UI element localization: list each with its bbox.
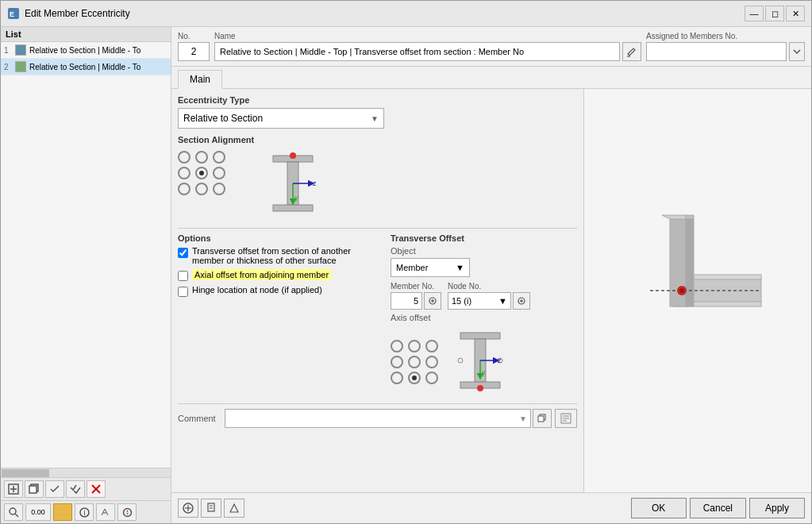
svg-marker-51 (662, 215, 686, 219)
axis-row-1 (391, 340, 438, 353)
ok-button[interactable]: OK (631, 498, 687, 518)
cb1-checkbox[interactable] (178, 248, 188, 258)
check2-button[interactable] (66, 480, 85, 498)
search-button[interactable] (4, 503, 23, 521)
left-config: Eccentricity Type Relative to Section ▼ … (171, 89, 584, 492)
duplicate-button[interactable] (25, 480, 44, 498)
align-bc[interactable] (195, 183, 208, 195)
axis-bl[interactable] (391, 372, 403, 384)
bottom-tool-1[interactable] (178, 499, 198, 518)
assigned-input[interactable] (646, 42, 787, 61)
member-no-input-row (391, 292, 441, 310)
axis-mc[interactable] (408, 356, 421, 368)
svg-point-35 (458, 358, 463, 363)
align-ml[interactable] (178, 167, 190, 179)
new-item-button[interactable] (4, 480, 23, 498)
measure-button[interactable] (96, 503, 115, 521)
list-scrollbar[interactable] (1, 468, 171, 477)
bottom-bar: OK Cancel Apply (171, 492, 811, 523)
no-section: No. 2 (178, 32, 210, 61)
assigned-select-button[interactable] (789, 42, 805, 61)
member-no-group: Member No. (391, 282, 441, 310)
svg-rect-19 (273, 205, 313, 211)
compass-button[interactable] (117, 503, 137, 521)
edit-name-button[interactable] (622, 42, 641, 61)
node-no-group: Node No. 15 (i) ▼ (448, 282, 530, 310)
axis-ml[interactable] (391, 356, 403, 368)
two-col: Options Transverse offset from section o… (178, 233, 577, 399)
bottom-toolbar: 0.00 (1, 500, 171, 523)
align-tr[interactable] (213, 151, 225, 164)
align-bl[interactable] (178, 183, 190, 195)
bottom-tool-3[interactable] (224, 499, 244, 518)
svg-text:y: y (482, 368, 486, 376)
tab-main[interactable]: Main (178, 70, 222, 89)
close-button[interactable]: ✕ (786, 6, 805, 21)
eccentricity-type-row: Relative to Section ▼ (178, 108, 577, 129)
svg-marker-52 (686, 215, 694, 219)
svg-rect-12 (84, 511, 85, 515)
node-no-select[interactable]: 15 (i) ▼ (448, 292, 511, 310)
align-mr[interactable] (213, 167, 225, 179)
list-items: 1 Relative to Section | Middle - To 2 Re… (1, 42, 171, 255)
node-no-label: Node No. (448, 282, 530, 291)
cb3-checkbox[interactable] (178, 287, 188, 297)
main-content: Eccentricity Type Relative to Section ▼ … (171, 89, 811, 492)
member-no-select-button[interactable] (424, 292, 441, 310)
align-mc[interactable] (195, 167, 208, 179)
divider-1 (178, 228, 577, 229)
assigned-field (646, 42, 805, 61)
value-button[interactable]: 0.00 (25, 503, 51, 521)
svg-point-34 (477, 385, 483, 391)
cb2-row[interactable]: Axial offset from adjoining member (178, 269, 384, 281)
axis-tc[interactable] (408, 340, 421, 353)
section-alignment-label: Section Alignment (178, 135, 577, 144)
apply-button[interactable]: Apply (749, 498, 805, 518)
axis-bc[interactable] (408, 372, 421, 384)
cancel-button[interactable]: Cancel (690, 498, 746, 518)
svg-rect-42 (538, 416, 544, 422)
name-input[interactable] (214, 42, 620, 61)
tabs: Main (171, 67, 811, 89)
title-bar: E Edit Member Eccentricity — ◻ ✕ (1, 1, 811, 27)
align-br[interactable] (213, 183, 225, 195)
eccentricity-type-dropdown[interactable]: Relative to Section ▼ (178, 108, 384, 129)
axis-br[interactable] (425, 372, 438, 384)
3d-preview-svg (626, 211, 769, 370)
name-label: Name (214, 32, 641, 40)
delete-button[interactable] (87, 480, 106, 498)
cb2-checkbox[interactable] (178, 271, 188, 281)
axis-tr[interactable] (425, 340, 438, 353)
alignment-row-3 (178, 183, 225, 195)
maximize-button[interactable]: ◻ (765, 6, 784, 21)
object-select[interactable]: Member ▼ (391, 258, 470, 277)
align-tl[interactable] (178, 151, 190, 164)
check-button[interactable] (45, 480, 64, 498)
svg-rect-6 (29, 486, 37, 493)
cb1-row[interactable]: Transverse offset from section of anothe… (178, 246, 384, 265)
axis-tl[interactable] (391, 340, 403, 353)
cb1-text: Transverse offset from section of anothe… (192, 246, 384, 265)
list-item-selected[interactable]: 2 Relative to Section | Middle - To (1, 59, 171, 75)
cb3-row[interactable]: Hinge location at node (if applied) (178, 285, 384, 297)
color-button[interactable] (53, 503, 72, 521)
node-no-select-button[interactable] (513, 292, 530, 310)
comment-action-button[interactable] (555, 409, 577, 428)
member-no-input[interactable] (391, 292, 422, 310)
svg-rect-13 (84, 510, 85, 511)
info-button[interactable] (75, 503, 94, 521)
minimize-button[interactable]: — (745, 6, 764, 21)
object-label: Object (391, 246, 577, 256)
align-tc[interactable] (195, 151, 208, 164)
bottom-tool-2[interactable] (201, 499, 221, 518)
svg-text:z: z (498, 356, 502, 364)
eccentricity-type-value: Relative to Section (183, 113, 263, 124)
list-item[interactable]: 1 Relative to Section | Middle - To (1, 42, 171, 59)
comment-label: Comment (178, 414, 221, 423)
comment-copy-button[interactable] (533, 409, 552, 428)
options-label: Options (178, 233, 384, 243)
svg-point-9 (10, 508, 16, 514)
axis-mr[interactable] (425, 356, 438, 368)
main-window: E Edit Member Eccentricity — ◻ ✕ List 1 … (0, 0, 812, 524)
alignment-row-1 (178, 151, 225, 164)
